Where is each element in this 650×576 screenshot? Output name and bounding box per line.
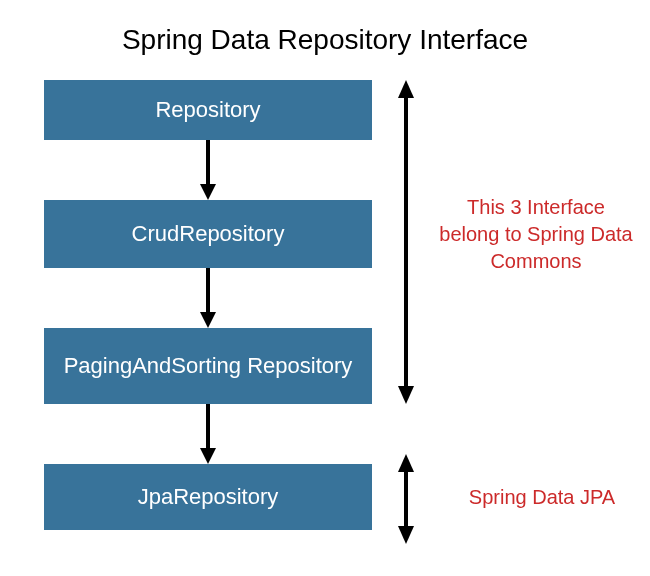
down-arrow-icon	[200, 268, 216, 328]
diagram-title: Spring Data Repository Interface	[0, 0, 650, 74]
box-label: CrudRepository	[132, 221, 285, 247]
svg-marker-10	[398, 454, 414, 472]
svg-marker-7	[398, 80, 414, 98]
down-arrow-icon	[200, 140, 216, 200]
svg-marker-5	[200, 448, 216, 464]
annotation-jpa: Spring Data JPA	[452, 484, 632, 511]
svg-marker-3	[200, 312, 216, 328]
diagram-canvas: Repository CrudRepository PagingAndSorti…	[0, 74, 650, 564]
annotation-commons: This 3 Interface belong to Spring Data C…	[436, 194, 636, 275]
paging-sorting-repository-box: PagingAndSorting Repository	[44, 328, 372, 404]
bracket-arrow-icon	[396, 80, 416, 408]
crud-repository-box: CrudRepository	[44, 200, 372, 268]
svg-marker-8	[398, 386, 414, 404]
down-arrow-icon	[200, 404, 216, 464]
svg-marker-1	[200, 184, 216, 200]
jpa-repository-box: JpaRepository	[44, 464, 372, 530]
repository-box: Repository	[44, 80, 372, 140]
box-label: Repository	[155, 97, 260, 123]
svg-marker-11	[398, 526, 414, 544]
box-label: JpaRepository	[138, 484, 279, 510]
bracket-arrow-icon	[396, 454, 416, 548]
box-label: PagingAndSorting Repository	[64, 353, 353, 379]
